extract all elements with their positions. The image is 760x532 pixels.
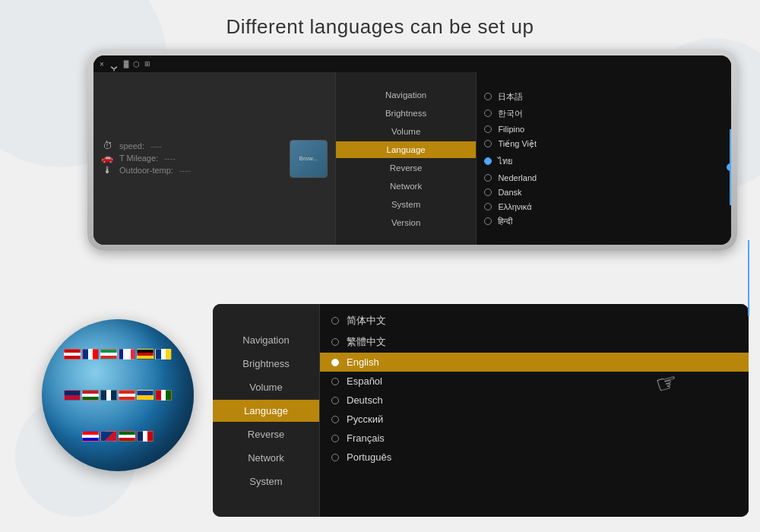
flag-4 bbox=[119, 349, 135, 359]
menu-language-top[interactable]: Language bbox=[336, 141, 477, 158]
radio-japanese bbox=[484, 93, 492, 100]
radio-russian bbox=[331, 416, 339, 423]
lang-greek[interactable]: Ελληνικά bbox=[477, 199, 731, 214]
flag-16 bbox=[137, 431, 154, 442]
flag-15 bbox=[119, 431, 135, 442]
close-icon: × bbox=[100, 60, 104, 68]
top-device-screen: × ▓ ⬡ ⊞ ⏱ speed: ---- 🚗 T Mileage bbox=[93, 55, 731, 245]
lang-vietnamese[interactable]: Tiếng Việt bbox=[477, 136, 731, 151]
radio-korean bbox=[484, 109, 492, 117]
radio-vietnamese bbox=[484, 140, 492, 147]
radio-simplified-chinese bbox=[331, 317, 339, 325]
flag-13 bbox=[82, 431, 99, 442]
radio-german bbox=[331, 397, 339, 404]
flag-8 bbox=[82, 390, 99, 401]
menu-system-top[interactable]: System bbox=[336, 196, 477, 213]
globe bbox=[42, 319, 194, 471]
flag-12 bbox=[155, 390, 172, 401]
radio-filipino bbox=[484, 125, 492, 133]
signal-icon: ▓ bbox=[124, 60, 129, 68]
temp-row: 🌡 Outdoor-temp: ---- bbox=[101, 164, 283, 176]
globe-flags bbox=[42, 319, 194, 471]
menu-language-bottom[interactable]: Language bbox=[213, 400, 319, 422]
top-language-panel: 日本語 한국어 Filipino Tiếng Việt ไทย Nederlan… bbox=[476, 72, 731, 245]
lang-thai[interactable]: ไทย bbox=[477, 151, 731, 170]
flag-7 bbox=[64, 390, 81, 401]
bottom-menu-panel: Navigation Brightness Volume Language Re… bbox=[213, 304, 319, 517]
menu-network-bottom[interactable]: Network bbox=[213, 447, 319, 469]
flag-9 bbox=[100, 390, 117, 401]
radio-french bbox=[331, 435, 339, 442]
radio-hindi bbox=[484, 217, 492, 225]
speed-row: ⏱ speed: ---- bbox=[101, 140, 283, 152]
lang-filipino[interactable]: Filipino bbox=[477, 122, 731, 136]
flag-2 bbox=[82, 349, 99, 359]
svg-point-0 bbox=[113, 70, 115, 71]
page-title: Different languages can be set up bbox=[0, 15, 760, 39]
car-icon: 🚗 bbox=[101, 152, 113, 164]
radio-nederland bbox=[484, 174, 492, 182]
radio-traditional-chinese bbox=[331, 338, 339, 346]
lang-nederland[interactable]: Nederland bbox=[477, 170, 731, 185]
flag-6 bbox=[155, 349, 172, 359]
lang-portuguese[interactable]: Português bbox=[320, 448, 749, 467]
flag-3 bbox=[100, 349, 117, 359]
lang-japanese[interactable]: 日本語 bbox=[477, 88, 731, 105]
menu-brightness-bottom[interactable]: Brightness bbox=[213, 353, 319, 375]
vertical-connector bbox=[748, 240, 749, 316]
speed-icon: ⏱ bbox=[101, 140, 113, 152]
radio-english bbox=[331, 359, 339, 366]
mileage-row: 🚗 T Mileage: ---- bbox=[101, 152, 283, 164]
bottom-language-panel: 简体中文 繁體中文 English Español Deutsch Русски… bbox=[319, 304, 749, 517]
lang-korean[interactable]: 한국어 bbox=[477, 105, 731, 122]
bluetooth-icon: ⬡ bbox=[133, 60, 140, 68]
radio-spanish bbox=[331, 378, 339, 385]
left-info-panel: ⏱ speed: ---- 🚗 T Mileage: ---- 🌡 Outdoo… bbox=[93, 72, 336, 245]
menu-navigation-bottom[interactable]: Navigation bbox=[213, 329, 319, 351]
lang-french[interactable]: Français bbox=[320, 429, 749, 448]
bottom-device: Navigation Brightness Volume Language Re… bbox=[213, 304, 749, 517]
menu-reverse-bottom[interactable]: Reverse bbox=[213, 423, 319, 445]
menu-version-top[interactable]: Version bbox=[336, 214, 477, 231]
radio-dansk bbox=[484, 188, 492, 196]
lang-dansk[interactable]: Dansk bbox=[477, 185, 731, 199]
flag-11 bbox=[137, 390, 154, 401]
menu-volume-top[interactable]: Volume bbox=[336, 123, 477, 140]
lang-hindi[interactable]: हिन्दी bbox=[477, 214, 731, 229]
globe-container bbox=[30, 296, 205, 494]
lang-english[interactable]: English bbox=[320, 353, 749, 372]
menu-navigation-top[interactable]: Navigation bbox=[336, 87, 477, 103]
lang-traditional-chinese[interactable]: 繁體中文 bbox=[320, 331, 749, 353]
menu-volume-bottom[interactable]: Volume bbox=[213, 376, 319, 398]
lang-simplified-chinese[interactable]: 简体中文 bbox=[320, 310, 749, 331]
flag-10 bbox=[119, 390, 135, 401]
wifi-icon bbox=[109, 61, 119, 67]
radio-greek bbox=[484, 203, 492, 211]
flag-1 bbox=[64, 349, 81, 359]
menu-brightness-top[interactable]: Brightness bbox=[336, 105, 477, 122]
menu-system-bottom[interactable]: System bbox=[213, 470, 319, 492]
lang-spanish[interactable]: Español bbox=[320, 372, 749, 391]
bottom-section: Navigation Brightness Volume Language Re… bbox=[213, 304, 749, 517]
top-device: × ▓ ⬡ ⊞ ⏱ speed: ---- 🚗 T Mileage bbox=[87, 49, 737, 251]
flag-14 bbox=[100, 431, 117, 442]
radio-portuguese bbox=[331, 454, 339, 461]
radio-thai bbox=[484, 157, 492, 165]
map-thumbnail: Brow... bbox=[290, 140, 328, 178]
top-menu-panel: Navigation Brightness Volume Language Re… bbox=[336, 72, 477, 245]
menu-network-top[interactable]: Network bbox=[336, 178, 477, 195]
status-bar: × ▓ ⬡ ⊞ bbox=[93, 55, 731, 72]
flag-5 bbox=[137, 349, 154, 359]
menu-reverse-top[interactable]: Reverse bbox=[336, 160, 477, 176]
temp-icon: 🌡 bbox=[101, 164, 113, 176]
settings-icon: ⊞ bbox=[144, 60, 150, 68]
lang-german[interactable]: Deutsch bbox=[320, 391, 749, 410]
connector-dot-top bbox=[727, 163, 731, 171]
lang-russian[interactable]: Русский bbox=[320, 410, 749, 429]
